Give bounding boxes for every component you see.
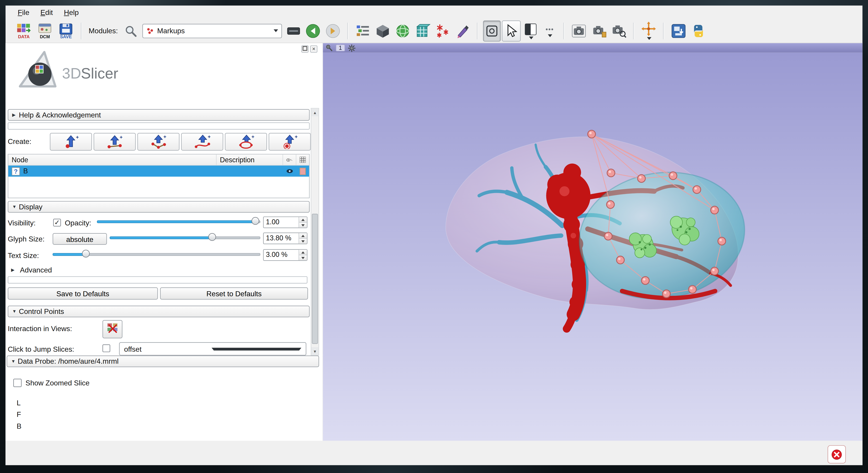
node-description-cell [217, 166, 283, 177]
control-points-section-header[interactable]: ▼ Control Points [8, 306, 309, 317]
module-list-button[interactable] [353, 20, 372, 41]
node-row-b[interactable]: ? B [8, 166, 309, 177]
opacity-value: 1.00 [264, 217, 299, 227]
interaction-in-views-button[interactable] [102, 320, 122, 338]
fiducial-stars-button[interactable] [433, 20, 452, 41]
dcm-button[interactable]: DCM [35, 20, 55, 41]
opacity-spinbox[interactable]: 1.00 [263, 217, 307, 228]
jump-slices-checkbox[interactable] [102, 344, 110, 352]
save-to-defaults-button[interactable]: Save to Defaults [8, 287, 158, 299]
threed-viewport[interactable] [323, 53, 862, 441]
scroll-down-button[interactable]: ▼ [311, 347, 318, 355]
column-description[interactable]: Description [217, 155, 283, 165]
grid-cube-icon [415, 23, 430, 39]
advanced-section-header[interactable]: Advanced [20, 266, 52, 274]
create-closed-curve-button[interactable]: + [225, 133, 267, 151]
reset-to-defaults-button[interactable]: Reset to Defaults [160, 287, 308, 299]
show-zoomed-slice-checkbox[interactable] [13, 379, 22, 387]
menu-help[interactable]: Help [58, 6, 84, 18]
spin-down-button[interactable] [299, 222, 307, 227]
close-panel-button[interactable]: ✕ [310, 45, 317, 53]
view-controls-icon[interactable] [348, 44, 356, 52]
glyph-size-spinbox[interactable]: 13.80 % [263, 233, 307, 244]
spin-down-button[interactable] [299, 255, 307, 260]
pen-button[interactable] [453, 20, 472, 41]
column-node[interactable]: Node [8, 155, 217, 165]
crosshair-button[interactable] [639, 20, 658, 41]
text-size-spinbox[interactable]: 3.00 % [263, 249, 307, 261]
grid-cube-button[interactable] [413, 20, 432, 41]
closed-curve-icon: + [238, 135, 254, 149]
toolbar-separator [347, 23, 348, 39]
history-back-button[interactable] [303, 20, 322, 41]
screenshot-button[interactable] [569, 20, 588, 41]
glyph-size-mode-combo[interactable]: absolute [53, 233, 107, 245]
sceneview-restore-button[interactable] [609, 20, 628, 41]
python-console-button[interactable] [689, 20, 708, 41]
scene-cube-button[interactable] [373, 20, 392, 41]
slicer-logo: 3D Slicer [11, 46, 122, 96]
place-mode-button[interactable] [483, 20, 501, 41]
visibility-column-icon[interactable] [283, 155, 296, 165]
glyph-size-slider[interactable] [110, 232, 260, 243]
pin-icon[interactable] [326, 44, 333, 52]
opacity-slider-handle[interactable] [251, 217, 259, 225]
crosshair-icon [641, 22, 656, 37]
menu-edit[interactable]: Edit [35, 6, 58, 18]
toolbar-separator [81, 23, 82, 39]
spin-down-button[interactable] [299, 238, 307, 244]
opacity-slider[interactable] [97, 216, 260, 227]
window-level-button[interactable] [522, 20, 539, 41]
module-search-button[interactable] [122, 20, 140, 41]
create-angle-button[interactable]: + [137, 133, 180, 151]
display-section-header[interactable]: ▼ Display [8, 201, 309, 213]
float-panel-button[interactable] [301, 45, 309, 53]
chevron-down-icon [647, 37, 652, 40]
place-mode-icon [485, 24, 499, 38]
menu-bar: File Edit Help [5, 5, 862, 19]
mouse-mode-dropdown-button[interactable] [540, 20, 558, 41]
interaction-views-icon [106, 322, 119, 335]
open-curve-icon: + [194, 135, 210, 149]
help-acknowledgement-label: Help & Acknowledgement [19, 111, 101, 119]
create-open-curve-button[interactable]: + [181, 133, 223, 151]
help-acknowledgement-header[interactable]: ▶ Help & Acknowledgement [8, 109, 309, 121]
data-probe-header[interactable]: ▼ Data Probe: /home/aure/4.mrml [6, 355, 319, 367]
sceneview-capture-button[interactable] [589, 20, 608, 41]
create-plane-button[interactable]: + [269, 133, 311, 151]
module-history-button[interactable] [285, 20, 302, 41]
jump-mode-combo[interactable]: offset [119, 342, 306, 355]
threed-scene [323, 53, 862, 441]
glyph-size-slider-handle[interactable] [208, 233, 216, 241]
module-selector-combo[interactable]: Markups [142, 24, 282, 38]
node-visibility-toggle[interactable] [283, 166, 296, 177]
create-point-list-button[interactable]: + [50, 133, 92, 151]
cursor-arrow-icon [503, 23, 519, 39]
load-data-button[interactable]: DATA [14, 20, 34, 41]
node-table-header: Node Description [8, 155, 309, 166]
node-color-button[interactable] [296, 166, 309, 177]
close-popup-button[interactable] [828, 445, 846, 464]
save-button[interactable]: SAVE [56, 20, 76, 41]
spin-up-button[interactable] [299, 250, 307, 255]
history-forward-button[interactable] [323, 20, 342, 41]
scroll-up-button[interactable]: ▲ [311, 108, 318, 116]
color-column-icon[interactable] [296, 155, 309, 165]
text-size-slider-handle[interactable] [82, 250, 90, 257]
visibility-label: Visibility: [8, 219, 35, 227]
plane-markup-icon: + [282, 135, 298, 149]
chevron-down-icon [548, 34, 552, 37]
text-size-slider[interactable] [53, 249, 260, 260]
globe-button[interactable] [393, 20, 412, 41]
svg-text:+: + [251, 135, 254, 139]
create-line-button[interactable]: + [93, 133, 135, 151]
menu-file[interactable]: File [12, 6, 35, 18]
scrollbar-thumb[interactable] [312, 214, 318, 344]
visibility-checkbox[interactable]: ✓ [53, 219, 61, 226]
panel-scrollbar[interactable]: ▲ ▼ [311, 108, 319, 355]
point-list-icon: + [63, 135, 79, 149]
extensions-manager-button[interactable] [669, 20, 688, 41]
spin-up-button[interactable] [299, 217, 307, 222]
transform-mode-button[interactable] [502, 20, 521, 41]
spin-up-button[interactable] [299, 233, 307, 238]
